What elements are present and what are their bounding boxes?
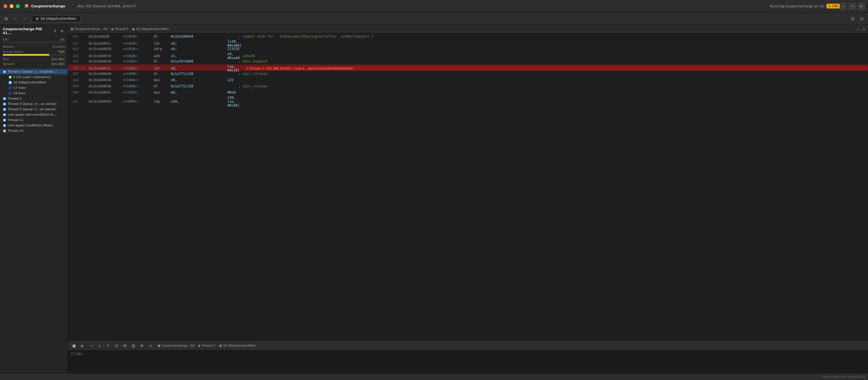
debug-more-btn[interactable]: ⊞: [121, 342, 129, 349]
debug-location-btn[interactable]: ⊕: [138, 342, 146, 349]
energy-value: High: [58, 50, 65, 53]
error-icon: ≡: [247, 66, 249, 70]
grid-icon: ⊞: [4, 17, 8, 21]
error-badge-486: ≡Thread 1: EXC_BAD_ACCESS (code=1, addre…: [244, 66, 867, 71]
bc-nav-prev[interactable]: ‹: [856, 27, 857, 31]
debug-pin-btn[interactable]: ⊙: [147, 342, 154, 349]
op1-490: w0,: [171, 91, 227, 94]
linenum-485: 485: [69, 59, 80, 63]
offset-484: <+1928>:: [123, 54, 154, 58]
thread-dot-ca: ●: [8, 75, 12, 79]
step-in-icon: ↓: [98, 344, 101, 348]
thread-item-2[interactable]: ● Thread 2: [0, 96, 68, 101]
window-button[interactable]: ⊞: [858, 3, 865, 10]
dbc-frame: 16 UIApplicationMain: [223, 344, 256, 347]
offset-485: <+1932>:: [123, 59, 154, 63]
expand-button[interactable]: ⇥: [849, 3, 856, 10]
location-icon: ⊕: [141, 344, 144, 348]
bc-project: Couponrecharge : XU: [74, 27, 107, 31]
thread-dot-1: ●: [3, 70, 6, 73]
comment-484: ; =0xa48: [239, 54, 867, 58]
linenum-487: 487: [69, 72, 80, 76]
op2-488: x22: [227, 78, 239, 82]
code-table[interactable]: 481 0x1b3a6028 <+1910>: bl 0x1b3196944 ;…: [68, 33, 868, 340]
linenum-488: 488: [69, 78, 80, 82]
offset-483: <+1924>:: [123, 47, 154, 51]
thread-item-11[interactable]: ● Thread 11: [0, 117, 68, 123]
memory-row: Memory Disabled: [0, 44, 68, 49]
plus-button[interactable]: +: [840, 3, 846, 10]
code-line-488: 488 0x1b3a60644 <+1944>: mov x0, x22: [68, 77, 868, 83]
window-icon: ⊞: [860, 4, 862, 8]
thread-item-5[interactable]: ● Thread 5 Queue: C...ue (serial): [0, 106, 68, 112]
op2-486: [sp, #0x38]: [227, 64, 239, 72]
thread-dot-11: ●: [3, 119, 6, 122]
plus-icon: +: [842, 4, 844, 8]
thread-item-15[interactable]: ● Thread 15: [0, 128, 68, 133]
op1-488: x0,: [171, 78, 227, 82]
thread-item-1[interactable]: ● Thread 1 Queue: c...d (serial) ⚠: [0, 69, 68, 74]
addr-490: 0x1b3a6064c: [89, 91, 123, 94]
more-icon: ⊞: [124, 344, 127, 348]
debug-view-btn[interactable]: ▤: [129, 342, 137, 349]
bc-nav-next[interactable]: ›: [858, 27, 860, 31]
warning-badge[interactable]: ⚠ 135: [827, 4, 840, 8]
thread-item-coreMotion[interactable]: ● com.apple.CoreMotion.Motio...: [0, 123, 68, 128]
thread-item-ca[interactable]: ● 0 CA::Layer::sublayers(): [0, 74, 68, 80]
debug-instr-btn[interactable]: ⊡: [113, 342, 120, 349]
minimize-button[interactable]: [10, 4, 13, 8]
thread-item-16[interactable]: ■ 16 UIApplicationMain: [0, 80, 68, 85]
linenum-482: 482: [69, 41, 80, 45]
cpu-value: 0%: [60, 38, 65, 41]
instr-491: ldp: [154, 99, 171, 103]
thread-item-eventfetch[interactable]: ● com.apple.uikit.eventfetch-th...: [0, 112, 68, 117]
thread-dot-5: ●: [3, 108, 6, 111]
bc-warning: ⚠: [862, 27, 865, 31]
memory-value: Disabled: [53, 45, 65, 49]
addr-487: 0x1b3a60640: [89, 72, 123, 76]
code-line-487: 487 0x1b3a60640 <+1940>: bl 0x1af71c130 …: [68, 71, 868, 77]
grid-view-button[interactable]: ⊞: [2, 15, 10, 23]
op1-486: x0,: [171, 66, 227, 70]
network-value: Zero KB/s: [51, 62, 65, 66]
lldb-prompt: (lldb): [71, 352, 83, 356]
thread-dot-17: ○: [8, 86, 12, 90]
debug-step-in-btn[interactable]: ↓: [96, 342, 103, 349]
close-button[interactable]: [3, 4, 7, 8]
url-bar: https://blog.csdn.net/jia12216: [0, 373, 868, 380]
comment-481: ; symbol stub for: -[UIDocumentSharingCo…: [239, 34, 867, 38]
tab-uiapplicationmain[interactable]: ■ 16 UIApplicationMain: [32, 15, 81, 22]
view-toggle-1[interactable]: ⊟: [849, 15, 857, 23]
sidebar-settings-button[interactable]: ⚙: [59, 28, 65, 34]
expand-icon: ⇥: [851, 4, 853, 8]
bc-thread-icon: ●: [111, 27, 114, 31]
console-area: (lldb): [68, 351, 868, 373]
disk-value: Zero KB/s: [51, 58, 65, 61]
thread-17-label: 17 main: [13, 86, 26, 90]
code-line-486: 486 -> 0x1b3a6063c <+1936>: ldr x0, [sp,…: [68, 64, 868, 71]
addr-486: 0x1b3a6063c: [89, 66, 123, 70]
addr-484: 0x1b3a60634: [89, 54, 123, 58]
sidebar-info-button[interactable]: ℹ: [52, 28, 58, 34]
memory-label: Memory: [3, 45, 14, 49]
thread-item-17[interactable]: ○ 17 main: [0, 85, 68, 91]
maximize-button[interactable]: [16, 4, 20, 8]
addr-489: 0x1b3a60648: [89, 84, 123, 88]
comment-487: ; objc_release: [239, 72, 867, 76]
thread-ef-label: com.apple.uikit.eventfetch-th...: [8, 113, 57, 117]
debug-step-over-btn[interactable]: ⇢: [87, 342, 95, 349]
warning-count: 135: [832, 4, 838, 8]
view-toggle-2[interactable]: ⊡: [858, 15, 866, 23]
thread-dot-16: ■: [8, 81, 12, 84]
thread-item-18[interactable]: ○ 18 start: [0, 91, 68, 96]
thread-item-3[interactable]: ● Thread 3 Queue: m...ue (serial): [0, 101, 68, 106]
instr-484: add: [154, 54, 171, 58]
forward-button[interactable]: ›: [20, 15, 28, 23]
debug-run-btn[interactable]: ▶: [79, 342, 87, 349]
stop-icon: ■: [72, 344, 76, 348]
window-controls: [3, 4, 20, 8]
debug-step-out-btn[interactable]: ↑: [104, 342, 112, 349]
back-button[interactable]: ‹: [11, 15, 19, 23]
debug-stop-btn[interactable]: ■: [70, 342, 78, 349]
thread-5-label: Thread 5 Queue: C...ue (serial): [8, 107, 56, 111]
